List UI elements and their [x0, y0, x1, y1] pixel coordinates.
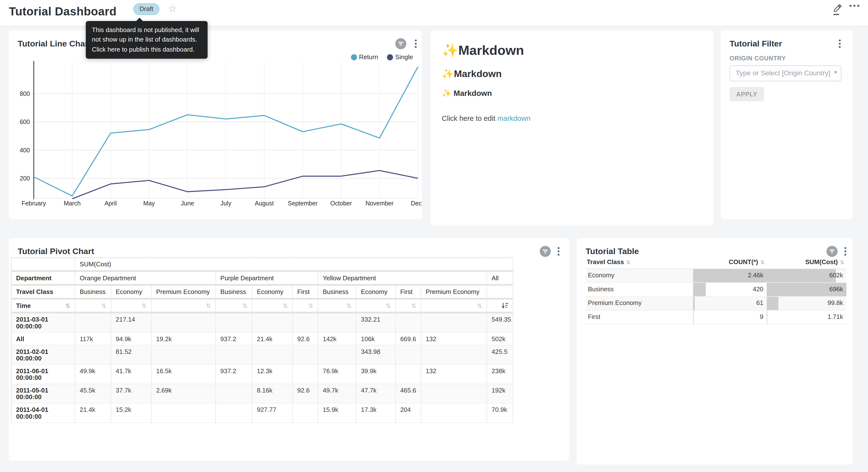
pivot-value-cell: 37.7k — [111, 384, 151, 403]
card-menu-kebab-icon[interactable] — [836, 38, 844, 49]
pivot-value-cell: 92.6 — [293, 333, 318, 345]
pivot-value-cell — [318, 313, 356, 333]
table-column-header-sum[interactable]: SUM(Cost)⇅ — [767, 255, 846, 269]
pivot-value-cell: 15.9k — [318, 403, 356, 422]
pivot-value-cell: 49.9k — [75, 365, 111, 384]
pivot-class-header: Business — [75, 285, 111, 299]
pivot-value-cell: 142k — [318, 333, 356, 345]
sort-icon[interactable]: ⇅ — [346, 302, 351, 309]
pivot-value-cell — [216, 313, 252, 333]
sort-icon[interactable]: ⇅ — [142, 302, 147, 309]
pivot-value-cell: 21.4k — [75, 403, 111, 422]
markdown-h3: ✨ Markdown — [442, 89, 703, 97]
cell-bar — [693, 311, 693, 324]
apply-button[interactable]: APPLY — [730, 87, 764, 101]
pivot-sort-cell: ⇅ — [318, 299, 356, 313]
svg-text:400: 400 — [20, 147, 30, 154]
sort-icon[interactable]: ⇅ — [308, 302, 313, 309]
pivot-row: All117k94.9k19.2k937.221.4k92.6142k106k6… — [11, 333, 513, 345]
table-column-header-count[interactable]: COUNT(*)⇅ — [693, 255, 767, 269]
table-row: First91.71k — [586, 311, 846, 324]
pivot-value-cell: 15.2k — [111, 403, 151, 422]
pivot-value-cell — [216, 403, 252, 422]
sort-icon[interactable]: ⇅ — [283, 302, 288, 309]
pivot-value-cell: 76.9k — [318, 365, 356, 384]
tooltip-arrow — [136, 18, 144, 22]
filter-indicator-icon[interactable] — [539, 246, 551, 257]
pivot-row-label: 2011-04-01 00:00:00 — [11, 403, 75, 422]
pivot-value-cell — [421, 403, 487, 422]
pivot-value-cell — [252, 345, 292, 365]
pivot-value-cell: 549.35 — [487, 313, 513, 333]
svg-text:March: March — [64, 200, 81, 207]
origin-country-select[interactable]: Type or Select [Origin Country] ▾ — [730, 65, 841, 82]
pivot-class-header: First — [396, 285, 421, 299]
travel-class-cell: Economy — [586, 269, 693, 283]
dashboard-page: Tutorial Dashboard Draft ☆ ••• This dash… — [0, 0, 868, 472]
table-row: Economy2.46k602k — [586, 269, 846, 283]
sort-caret-icon: ⇅ — [761, 260, 765, 265]
pivot-value-cell — [396, 313, 421, 333]
pivot-value-cell — [293, 313, 318, 333]
pivot-value-cell: 132 — [421, 365, 487, 384]
pivot-value-cell: 8.16k — [252, 384, 292, 403]
sort-icon[interactable]: ⇅ — [477, 302, 482, 309]
pivot-value-cell — [421, 384, 487, 403]
sum-cell: 99.8k — [767, 296, 846, 311]
page-title: Tutorial Dashboard — [9, 5, 116, 18]
pivot-value-cell: 39.9k — [356, 365, 396, 384]
pivot-row: 2011-05-01 00:00:0045.5k37.7k2.69k8.16k9… — [11, 384, 513, 403]
sort-icon[interactable]: ⇅ — [411, 302, 416, 309]
sort-icon[interactable]: ⇅ — [101, 302, 106, 309]
pivot-value-cell — [421, 345, 487, 365]
pivot-value-cell: 937.2 — [216, 365, 252, 384]
pivot-value-cell — [75, 345, 111, 365]
pivot-row: 2011-06-01 00:00:0049.9k41.7k16.5k937.21… — [11, 365, 513, 384]
pivot-class-header: Premium Economy — [421, 285, 487, 299]
draft-status-badge[interactable]: Draft — [133, 3, 159, 15]
pivot-sort-cell: ⇅ — [252, 299, 292, 313]
pivot-row: 2011-02-01 00:00:0081.52343.98425.5 — [11, 345, 513, 365]
pivot-chart-title: Tutorial Pivot Chart — [18, 246, 94, 256]
sort-icon[interactable]: ⇅ — [242, 302, 247, 309]
sort-caret-icon: ⇅ — [626, 260, 630, 265]
pivot-class-header: Economy — [111, 285, 151, 299]
card-menu-kebab-icon[interactable] — [555, 246, 563, 257]
pivot-value-cell — [421, 313, 487, 333]
pivot-class-header: Travel Class — [11, 285, 75, 299]
table-column-header-travel-class[interactable]: Travel Class⇅ — [586, 255, 693, 269]
sum-cell: 696k — [767, 283, 846, 297]
pivot-row-label: 2011-03-01 00:00:00 — [11, 313, 75, 333]
count-cell: 420 — [693, 283, 767, 297]
sum-cell: 602k — [767, 269, 846, 283]
edit-pencil-icon[interactable] — [832, 3, 844, 16]
pivot-value-cell — [293, 365, 318, 384]
sparkles-icon: ✨ — [442, 89, 454, 97]
sort-icon[interactable]: ⇅ — [386, 302, 391, 309]
pivot-group-header: Orange Department — [75, 271, 216, 285]
pivot-value-cell: 47.7k — [356, 384, 396, 403]
sort-icon[interactable]: ⇅ — [65, 302, 70, 309]
chevron-down-icon: ▾ — [834, 69, 837, 75]
sort-icon[interactable]: ⇅ — [206, 302, 211, 309]
pivot-row-label: 2011-06-01 00:00:00 — [11, 365, 75, 384]
line-chart-card: Tutorial Line Chart ReturnSingle 2004006… — [9, 31, 422, 219]
edit-markdown-link[interactable]: markdown — [497, 114, 531, 122]
line-chart-plot[interactable]: 200400600800FebruaryMarchAprilMayJuneJul… — [9, 31, 422, 219]
svg-text:June: June — [181, 200, 194, 207]
pivot-value-cell: 12.3k — [252, 365, 292, 384]
svg-text:September: September — [288, 200, 318, 207]
pivot-sort-cell: ⇅ — [293, 299, 318, 313]
favorite-star-icon[interactable]: ☆ — [168, 3, 177, 14]
pivot-value-cell: 81.52 — [111, 345, 151, 365]
cell-bar — [767, 297, 778, 310]
more-actions-icon[interactable]: ••• — [849, 2, 861, 10]
markdown-h1: ✨Markdown — [442, 42, 703, 58]
pivot-value-cell: 217.14 — [111, 313, 151, 333]
pivot-sort-cell: ⇅ — [421, 299, 487, 313]
sort-descending-icon[interactable] — [502, 302, 508, 309]
cell-bar — [693, 297, 695, 310]
travel-class-cell: First — [586, 311, 693, 324]
series-line-single[interactable] — [72, 171, 418, 199]
origin-country-label: ORIGIN COUNTRY — [730, 55, 786, 61]
